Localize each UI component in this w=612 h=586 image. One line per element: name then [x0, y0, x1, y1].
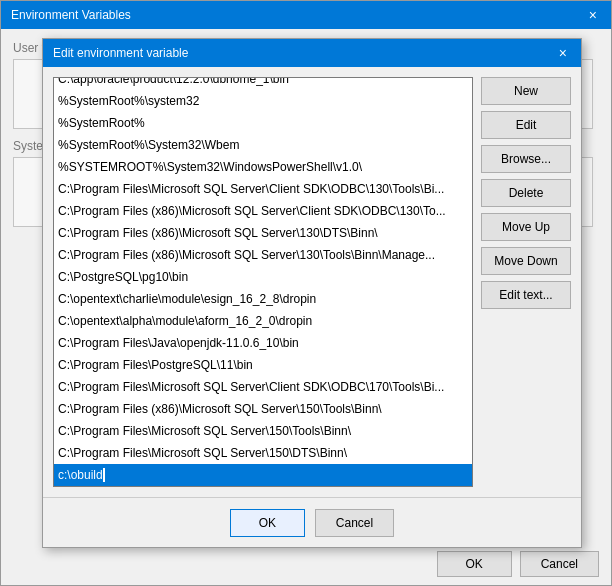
parent-cancel-button[interactable]: Cancel: [520, 551, 599, 577]
edit-button[interactable]: Edit: [481, 111, 571, 139]
path-item[interactable]: C:\Program Files (x86)\Microsoft SQL Ser…: [54, 222, 472, 244]
path-item[interactable]: C:\Program Files (x86)\Microsoft SQL Ser…: [54, 200, 472, 222]
dialog-ok-button[interactable]: OK: [230, 509, 305, 537]
dialog-cancel-button[interactable]: Cancel: [315, 509, 394, 537]
path-item[interactable]: c:\obuild​: [54, 464, 472, 486]
path-list[interactable]: C:\app\oracle\product\12.2.0\dbhome_1\bi…: [54, 78, 472, 486]
move-down-button[interactable]: Move Down: [481, 247, 571, 275]
path-item[interactable]: C:\opentext\charlie\module\esign_16_2_8\…: [54, 288, 472, 310]
path-item[interactable]: C:\app\oracle\product\12.2.0\dbhome_1\bi…: [54, 78, 472, 90]
env-variables-close-button[interactable]: ×: [585, 7, 601, 23]
path-item[interactable]: C:\Program Files\Java\openjdk-11.0.6_10\…: [54, 332, 472, 354]
parent-ok-button[interactable]: OK: [437, 551, 512, 577]
path-item[interactable]: C:\Program Files\Microsoft SQL Server\Cl…: [54, 178, 472, 200]
path-item[interactable]: %SystemRoot%\System32\Wbem: [54, 134, 472, 156]
edit-dialog-title: Edit environment variable: [53, 46, 188, 60]
path-item[interactable]: C:\Program Files\Microsoft SQL Server\15…: [54, 420, 472, 442]
path-item[interactable]: %SystemRoot%: [54, 112, 472, 134]
new-button[interactable]: New: [481, 77, 571, 105]
parent-footer: OK Cancel: [437, 551, 599, 577]
edit-dialog-content: C:\app\oracle\product\12.2.0\dbhome_1\bi…: [43, 67, 581, 497]
edit-text-button[interactable]: Edit text...: [481, 281, 571, 309]
path-item[interactable]: C:\Program Files\PostgreSQL\11\bin: [54, 354, 472, 376]
path-item[interactable]: C:\opentext\alpha\module\aform_16_2_0\dr…: [54, 310, 472, 332]
browse-button[interactable]: Browse...: [481, 145, 571, 173]
move-up-button[interactable]: Move Up: [481, 213, 571, 241]
edit-dialog-titlebar: Edit environment variable ×: [43, 39, 581, 67]
path-item[interactable]: C:\Program Files (x86)\Microsoft SQL Ser…: [54, 398, 472, 420]
edit-dialog-close-button[interactable]: ×: [555, 45, 571, 61]
path-item[interactable]: C:\Program Files (x86)\Microsoft SQL Ser…: [54, 244, 472, 266]
delete-button[interactable]: Delete: [481, 179, 571, 207]
path-item[interactable]: C:\Program Files\Microsoft SQL Server\Cl…: [54, 376, 472, 398]
env-variables-title: Environment Variables: [11, 8, 131, 22]
path-item[interactable]: C:\Program Files\Microsoft SQL Server\15…: [54, 442, 472, 464]
path-list-container: C:\app\oracle\product\12.2.0\dbhome_1\bi…: [53, 77, 473, 487]
env-variables-titlebar: Environment Variables ×: [1, 1, 611, 29]
path-item[interactable]: %SYSTEMROOT%\System32\WindowsPowerShell\…: [54, 156, 472, 178]
path-item[interactable]: %SystemRoot%\system32: [54, 90, 472, 112]
path-item[interactable]: C:\PostgreSQL\pg10\bin: [54, 266, 472, 288]
edit-dialog-footer: OK Cancel: [43, 497, 581, 547]
edit-dialog: Edit environment variable × C:\app\oracl…: [42, 38, 582, 548]
buttons-panel: New Edit Browse... Delete Move Up Move D…: [481, 77, 571, 487]
